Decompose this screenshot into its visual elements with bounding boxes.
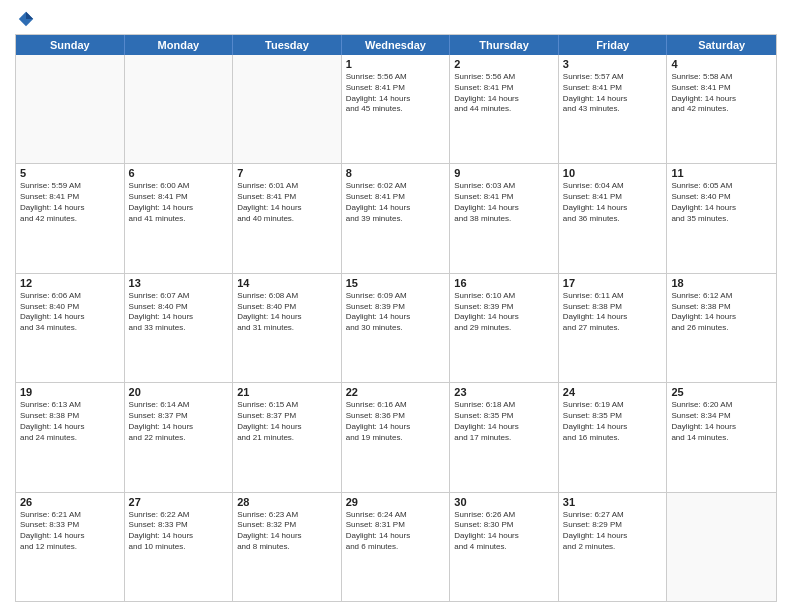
day-number: 19 — [20, 386, 120, 398]
day-info: Sunrise: 5:57 AM Sunset: 8:41 PM Dayligh… — [563, 72, 663, 115]
week-row-2: 12Sunrise: 6:06 AM Sunset: 8:40 PM Dayli… — [16, 273, 776, 382]
day-info: Sunrise: 6:10 AM Sunset: 8:39 PM Dayligh… — [454, 291, 554, 334]
day-info: Sunrise: 6:23 AM Sunset: 8:32 PM Dayligh… — [237, 510, 337, 553]
calendar-cell: 5Sunrise: 5:59 AM Sunset: 8:41 PM Daylig… — [16, 164, 125, 272]
day-info: Sunrise: 6:26 AM Sunset: 8:30 PM Dayligh… — [454, 510, 554, 553]
day-info: Sunrise: 6:15 AM Sunset: 8:37 PM Dayligh… — [237, 400, 337, 443]
day-info: Sunrise: 6:08 AM Sunset: 8:40 PM Dayligh… — [237, 291, 337, 334]
day-info: Sunrise: 6:13 AM Sunset: 8:38 PM Dayligh… — [20, 400, 120, 443]
day-number: 13 — [129, 277, 229, 289]
day-info: Sunrise: 6:27 AM Sunset: 8:29 PM Dayligh… — [563, 510, 663, 553]
day-number: 16 — [454, 277, 554, 289]
day-number: 24 — [563, 386, 663, 398]
calendar-cell: 20Sunrise: 6:14 AM Sunset: 8:37 PM Dayli… — [125, 383, 234, 491]
header-thursday: Thursday — [450, 35, 559, 55]
day-info: Sunrise: 6:11 AM Sunset: 8:38 PM Dayligh… — [563, 291, 663, 334]
day-info: Sunrise: 6:20 AM Sunset: 8:34 PM Dayligh… — [671, 400, 772, 443]
calendar-cell: 18Sunrise: 6:12 AM Sunset: 8:38 PM Dayli… — [667, 274, 776, 382]
day-number: 28 — [237, 496, 337, 508]
svg-marker-1 — [26, 12, 33, 19]
day-info: Sunrise: 6:06 AM Sunset: 8:40 PM Dayligh… — [20, 291, 120, 334]
calendar-cell — [125, 55, 234, 163]
day-info: Sunrise: 5:58 AM Sunset: 8:41 PM Dayligh… — [671, 72, 772, 115]
calendar-cell: 3Sunrise: 5:57 AM Sunset: 8:41 PM Daylig… — [559, 55, 668, 163]
week-row-1: 5Sunrise: 5:59 AM Sunset: 8:41 PM Daylig… — [16, 163, 776, 272]
calendar-cell: 4Sunrise: 5:58 AM Sunset: 8:41 PM Daylig… — [667, 55, 776, 163]
calendar-cell: 19Sunrise: 6:13 AM Sunset: 8:38 PM Dayli… — [16, 383, 125, 491]
header-wednesday: Wednesday — [342, 35, 451, 55]
calendar-cell — [667, 493, 776, 601]
calendar-cell: 6Sunrise: 6:00 AM Sunset: 8:41 PM Daylig… — [125, 164, 234, 272]
day-number: 15 — [346, 277, 446, 289]
day-number: 29 — [346, 496, 446, 508]
day-info: Sunrise: 6:24 AM Sunset: 8:31 PM Dayligh… — [346, 510, 446, 553]
day-number: 6 — [129, 167, 229, 179]
day-info: Sunrise: 6:02 AM Sunset: 8:41 PM Dayligh… — [346, 181, 446, 224]
day-number: 11 — [671, 167, 772, 179]
calendar-cell: 27Sunrise: 6:22 AM Sunset: 8:33 PM Dayli… — [125, 493, 234, 601]
logo-text — [15, 10, 39, 28]
calendar-cell: 2Sunrise: 5:56 AM Sunset: 8:41 PM Daylig… — [450, 55, 559, 163]
day-number: 21 — [237, 386, 337, 398]
day-info: Sunrise: 6:19 AM Sunset: 8:35 PM Dayligh… — [563, 400, 663, 443]
calendar-body: 1Sunrise: 5:56 AM Sunset: 8:41 PM Daylig… — [16, 55, 776, 601]
calendar-cell: 12Sunrise: 6:06 AM Sunset: 8:40 PM Dayli… — [16, 274, 125, 382]
day-info: Sunrise: 5:59 AM Sunset: 8:41 PM Dayligh… — [20, 181, 120, 224]
day-info: Sunrise: 6:21 AM Sunset: 8:33 PM Dayligh… — [20, 510, 120, 553]
day-info: Sunrise: 6:16 AM Sunset: 8:36 PM Dayligh… — [346, 400, 446, 443]
calendar-cell — [233, 55, 342, 163]
week-row-0: 1Sunrise: 5:56 AM Sunset: 8:41 PM Daylig… — [16, 55, 776, 163]
day-number: 2 — [454, 58, 554, 70]
day-info: Sunrise: 6:03 AM Sunset: 8:41 PM Dayligh… — [454, 181, 554, 224]
week-row-4: 26Sunrise: 6:21 AM Sunset: 8:33 PM Dayli… — [16, 492, 776, 601]
day-number: 23 — [454, 386, 554, 398]
calendar-cell: 24Sunrise: 6:19 AM Sunset: 8:35 PM Dayli… — [559, 383, 668, 491]
header-saturday: Saturday — [667, 35, 776, 55]
logo-icon — [17, 10, 35, 28]
day-number: 31 — [563, 496, 663, 508]
day-number: 30 — [454, 496, 554, 508]
calendar-cell: 21Sunrise: 6:15 AM Sunset: 8:37 PM Dayli… — [233, 383, 342, 491]
day-number: 4 — [671, 58, 772, 70]
page: Sunday Monday Tuesday Wednesday Thursday… — [0, 0, 792, 612]
day-info: Sunrise: 6:07 AM Sunset: 8:40 PM Dayligh… — [129, 291, 229, 334]
day-number: 12 — [20, 277, 120, 289]
day-info: Sunrise: 6:12 AM Sunset: 8:38 PM Dayligh… — [671, 291, 772, 334]
day-info: Sunrise: 6:14 AM Sunset: 8:37 PM Dayligh… — [129, 400, 229, 443]
logo — [15, 10, 39, 28]
calendar-cell: 9Sunrise: 6:03 AM Sunset: 8:41 PM Daylig… — [450, 164, 559, 272]
calendar-header: Sunday Monday Tuesday Wednesday Thursday… — [16, 35, 776, 55]
day-number: 3 — [563, 58, 663, 70]
day-number: 25 — [671, 386, 772, 398]
day-number: 18 — [671, 277, 772, 289]
calendar-cell: 14Sunrise: 6:08 AM Sunset: 8:40 PM Dayli… — [233, 274, 342, 382]
calendar-cell: 17Sunrise: 6:11 AM Sunset: 8:38 PM Dayli… — [559, 274, 668, 382]
day-number: 7 — [237, 167, 337, 179]
day-number: 10 — [563, 167, 663, 179]
header — [15, 10, 777, 28]
calendar-cell: 7Sunrise: 6:01 AM Sunset: 8:41 PM Daylig… — [233, 164, 342, 272]
day-number: 1 — [346, 58, 446, 70]
calendar: Sunday Monday Tuesday Wednesday Thursday… — [15, 34, 777, 602]
day-number: 27 — [129, 496, 229, 508]
day-info: Sunrise: 5:56 AM Sunset: 8:41 PM Dayligh… — [454, 72, 554, 115]
calendar-cell: 16Sunrise: 6:10 AM Sunset: 8:39 PM Dayli… — [450, 274, 559, 382]
calendar-cell: 13Sunrise: 6:07 AM Sunset: 8:40 PM Dayli… — [125, 274, 234, 382]
calendar-cell: 29Sunrise: 6:24 AM Sunset: 8:31 PM Dayli… — [342, 493, 451, 601]
calendar-cell: 26Sunrise: 6:21 AM Sunset: 8:33 PM Dayli… — [16, 493, 125, 601]
day-info: Sunrise: 6:22 AM Sunset: 8:33 PM Dayligh… — [129, 510, 229, 553]
day-number: 17 — [563, 277, 663, 289]
calendar-cell: 31Sunrise: 6:27 AM Sunset: 8:29 PM Dayli… — [559, 493, 668, 601]
day-info: Sunrise: 6:04 AM Sunset: 8:41 PM Dayligh… — [563, 181, 663, 224]
day-number: 9 — [454, 167, 554, 179]
header-friday: Friday — [559, 35, 668, 55]
day-info: Sunrise: 6:05 AM Sunset: 8:40 PM Dayligh… — [671, 181, 772, 224]
calendar-cell: 10Sunrise: 6:04 AM Sunset: 8:41 PM Dayli… — [559, 164, 668, 272]
day-number: 26 — [20, 496, 120, 508]
day-info: Sunrise: 6:00 AM Sunset: 8:41 PM Dayligh… — [129, 181, 229, 224]
calendar-cell: 30Sunrise: 6:26 AM Sunset: 8:30 PM Dayli… — [450, 493, 559, 601]
calendar-cell: 28Sunrise: 6:23 AM Sunset: 8:32 PM Dayli… — [233, 493, 342, 601]
calendar-cell: 25Sunrise: 6:20 AM Sunset: 8:34 PM Dayli… — [667, 383, 776, 491]
calendar-cell: 8Sunrise: 6:02 AM Sunset: 8:41 PM Daylig… — [342, 164, 451, 272]
week-row-3: 19Sunrise: 6:13 AM Sunset: 8:38 PM Dayli… — [16, 382, 776, 491]
